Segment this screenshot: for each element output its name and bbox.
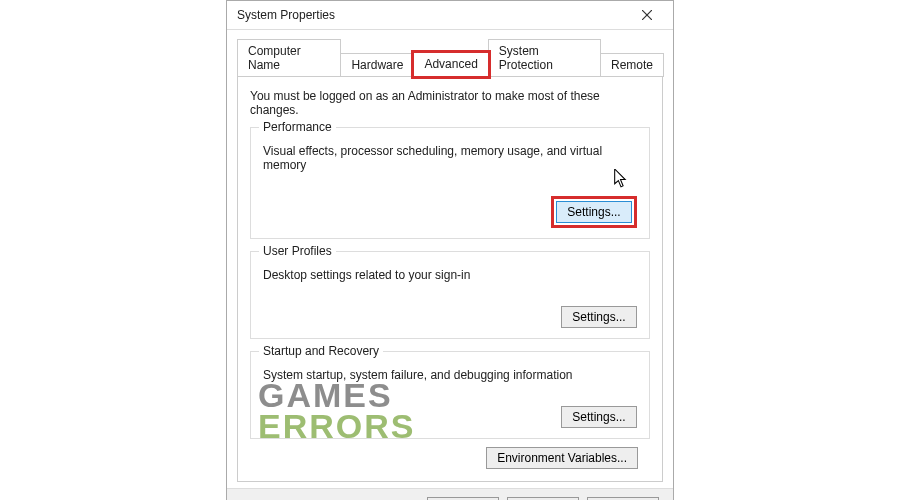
- admin-notice: You must be logged on as an Administrato…: [250, 89, 650, 117]
- tab-remote[interactable]: Remote: [600, 53, 664, 77]
- tab-hardware[interactable]: Hardware: [340, 53, 414, 77]
- performance-settings-button[interactable]: Settings...: [556, 201, 632, 223]
- group-startup-recovery: Startup and Recovery System startup, sys…: [250, 351, 650, 439]
- startup-settings-button[interactable]: Settings...: [561, 406, 637, 428]
- dialog-button-row: OK Cancel Apply: [227, 488, 673, 500]
- environment-variables-row: Environment Variables...: [250, 447, 650, 469]
- tab-computer-name[interactable]: Computer Name: [237, 39, 341, 77]
- group-performance-legend: Performance: [259, 120, 336, 134]
- dialog-title: System Properties: [237, 8, 627, 22]
- system-properties-dialog: System Properties Computer Name Hardware…: [226, 0, 674, 500]
- close-icon: [642, 10, 652, 20]
- close-button[interactable]: [627, 1, 667, 29]
- group-performance: Performance Visual effects, processor sc…: [250, 127, 650, 239]
- tab-panel-advanced: You must be logged on as an Administrato…: [237, 76, 663, 482]
- tab-strip: Computer Name Hardware Advanced System P…: [227, 30, 673, 76]
- tab-advanced[interactable]: Advanced: [413, 52, 488, 77]
- group-user-profiles-legend: User Profiles: [259, 244, 336, 258]
- group-user-profiles-desc: Desktop settings related to your sign-in: [263, 268, 637, 282]
- group-startup-desc: System startup, system failure, and debu…: [263, 368, 637, 382]
- tab-system-protection[interactable]: System Protection: [488, 39, 601, 77]
- user-profiles-settings-button[interactable]: Settings...: [561, 306, 637, 328]
- group-startup-legend: Startup and Recovery: [259, 344, 383, 358]
- group-performance-desc: Visual effects, processor scheduling, me…: [263, 144, 637, 172]
- titlebar: System Properties: [227, 1, 673, 30]
- group-user-profiles: User Profiles Desktop settings related t…: [250, 251, 650, 339]
- highlight-performance-settings: Settings...: [551, 196, 637, 228]
- environment-variables-button[interactable]: Environment Variables...: [486, 447, 638, 469]
